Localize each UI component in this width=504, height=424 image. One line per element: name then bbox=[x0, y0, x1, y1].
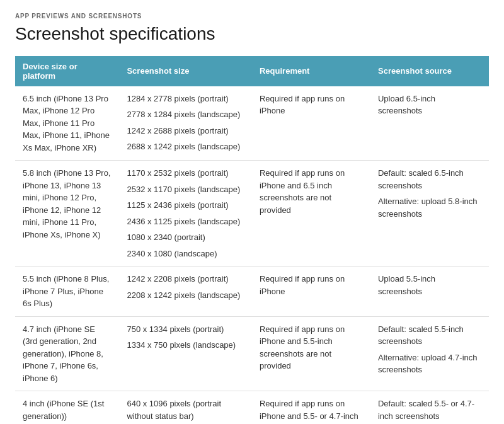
cell-requirement: Required if app runs on iPhone and 5.5- … bbox=[252, 391, 370, 424]
cell-source: Default: scaled 5.5-inch screenshotsAlte… bbox=[370, 316, 489, 391]
table-row: 4 inch (iPhone SE (1st generation))640 x… bbox=[15, 391, 489, 424]
table-row: 5.5 inch (iPhone 8 Plus, iPhone 7 Plus, … bbox=[15, 266, 489, 317]
cell-source: Upload 5.5-inch screenshots bbox=[370, 266, 489, 317]
cell-source: Default: scaled 6.5-inch screenshotsAlte… bbox=[370, 161, 489, 266]
cell-device: 6.5 inch (iPhone 13 Pro Max, iPhone 12 P… bbox=[15, 86, 119, 161]
cell-requirement: Required if app runs on iPhone and 5.5-i… bbox=[252, 316, 370, 391]
cell-device: 4 inch (iPhone SE (1st generation)) bbox=[15, 391, 119, 424]
cell-sizes: 1170 x 2532 pixels (portrait)2532 x 1170… bbox=[119, 161, 252, 266]
cell-sizes: 1284 x 2778 pixels (portrait)2778 x 1284… bbox=[119, 86, 252, 161]
page-title: Screenshot specifications bbox=[15, 23, 489, 45]
cell-sizes: 750 x 1334 pixels (portrait)1334 x 750 p… bbox=[119, 316, 252, 391]
specifications-table: Device size or platform Screenshot size … bbox=[15, 56, 489, 424]
section-label: APP PREVIEWS AND SCREENSHOTS bbox=[15, 13, 489, 20]
table-header-row: Device size or platform Screenshot size … bbox=[15, 56, 489, 86]
cell-device: 5.5 inch (iPhone 8 Plus, iPhone 7 Plus, … bbox=[15, 266, 119, 317]
table-row: 5.8 inch (iPhone 13 Pro, iPhone 13, iPho… bbox=[15, 161, 489, 266]
cell-sizes: 1242 x 2208 pixels (portrait)2208 x 1242… bbox=[119, 266, 252, 317]
cell-requirement: Required if app runs on iPhone and 6.5 i… bbox=[252, 161, 370, 266]
header-req: Requirement bbox=[252, 56, 370, 86]
header-source: Screenshot source bbox=[370, 56, 489, 86]
cell-source: Upload 6.5-inch screenshots bbox=[370, 86, 489, 161]
cell-sizes: 640 x 1096 pixels (portrait without stat… bbox=[119, 391, 252, 424]
table-row: 4.7 inch (iPhone SE (3rd generation, 2nd… bbox=[15, 316, 489, 391]
table-row: 6.5 inch (iPhone 13 Pro Max, iPhone 12 P… bbox=[15, 86, 489, 161]
cell-device: 5.8 inch (iPhone 13 Pro, iPhone 13, iPho… bbox=[15, 161, 119, 266]
cell-source: Default: scaled 5.5- or 4.7-inch screens… bbox=[370, 391, 489, 424]
header-size: Screenshot size bbox=[119, 56, 252, 86]
cell-device: 4.7 inch (iPhone SE (3rd generation, 2nd… bbox=[15, 316, 119, 391]
cell-requirement: Required if app runs on iPhone bbox=[252, 86, 370, 161]
cell-requirement: Required if app runs on iPhone bbox=[252, 266, 370, 317]
header-device: Device size or platform bbox=[15, 56, 119, 86]
